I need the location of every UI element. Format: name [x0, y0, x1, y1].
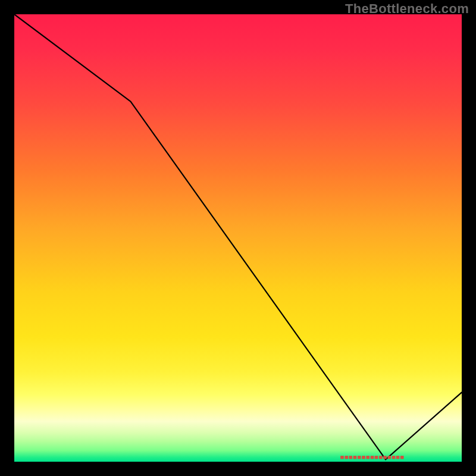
gradient-background	[14, 14, 462, 462]
plot-area: ■■■■■■■■■■■■■■■	[14, 14, 462, 462]
chart-container: { "attribution": "TheBottleneck.com", "c…	[0, 0, 476, 476]
optimal-range-marker: ■■■■■■■■■■■■■■■	[340, 453, 405, 461]
